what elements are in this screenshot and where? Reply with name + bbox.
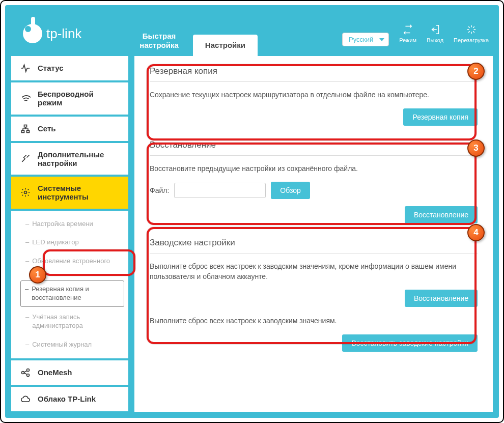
sidebar-label: Сеть — [38, 124, 56, 133]
sidebar-item-cloud[interactable]: Облако TP-Link — [11, 387, 128, 411]
subnav-syslog[interactable]: –Системный журнал — [11, 335, 128, 354]
file-input[interactable] — [174, 183, 266, 198]
reboot-label: Перезагрузка — [454, 37, 489, 43]
sidebar-label: Беспроводной режим — [38, 90, 119, 107]
panel-title: Восстановление — [150, 140, 478, 156]
svg-point-5 — [27, 369, 30, 371]
sidebar-item-network[interactable]: Сеть — [11, 117, 128, 141]
sidebar-label: Облако TP-Link — [38, 394, 96, 403]
browse-button[interactable]: Обзор — [271, 182, 310, 199]
wireless-icon — [20, 93, 31, 103]
sidebar-item-wireless[interactable]: Беспроводной режим — [11, 82, 128, 115]
restore-button[interactable]: Восстановление — [405, 206, 478, 223]
reboot-icon — [466, 24, 477, 35]
sidebar-item-onemesh[interactable]: OneMesh — [11, 360, 128, 385]
svg-rect-1 — [22, 130, 24, 132]
network-icon — [20, 124, 31, 134]
annotation-badge: 3 — [467, 139, 485, 157]
language-select[interactable]: Русский — [342, 33, 389, 46]
annotation-badge: 4 — [467, 224, 485, 241]
panel-backup: Резервная копия Сохранение текущих настр… — [150, 66, 478, 126]
annotation-badge: 2 — [467, 63, 485, 80]
panel-title: Резервная копия — [150, 66, 478, 82]
sidebar-label: Системные инструменты — [38, 184, 119, 202]
status-icon — [20, 63, 31, 73]
advanced-icon — [20, 154, 31, 164]
factory-reset-button[interactable]: Восстановить заводские настройки — [342, 334, 478, 352]
logo-icon — [23, 24, 42, 43]
logout-button[interactable]: Выход — [427, 24, 443, 43]
sidebar-item-system[interactable]: Системные инструменты — [11, 177, 128, 209]
language-value: Русский — [349, 36, 373, 43]
reboot-button[interactable]: Перезагрузка — [454, 24, 489, 43]
svg-rect-2 — [27, 130, 30, 132]
subnav-time[interactable]: –Настройка времени — [11, 215, 128, 234]
svg-point-3 — [24, 191, 27, 194]
brand-logo: tp-link — [23, 24, 81, 43]
sidebar: Статус Беспроводной режим Сеть Дополните… — [11, 56, 128, 412]
mode-button[interactable]: Режим — [399, 24, 416, 43]
cloud-icon — [20, 394, 31, 404]
sidebar-label: Статус — [38, 64, 64, 72]
subnav-admin[interactable]: –Учётная запись администратора — [11, 308, 128, 335]
brand-text: tp-link — [46, 26, 81, 42]
panel-restore: Восстановление Восстановите предыдущие н… — [150, 140, 478, 224]
panel-factory: Заводские настройки Выполните сброс всех… — [150, 238, 478, 352]
logout-label: Выход — [427, 37, 443, 43]
sidebar-label: Дополнительные настройки — [38, 150, 119, 168]
system-icon — [20, 187, 31, 198]
factory-restore-button[interactable]: Восстановление — [405, 290, 478, 307]
tab-settings[interactable]: Настройки — [193, 35, 258, 56]
annotation-badge: 1 — [29, 266, 46, 284]
panel-text: Восстановите предыдущие настройки из сох… — [150, 164, 478, 174]
content-area: Резервная копия Сохранение текущих настр… — [134, 56, 493, 412]
svg-rect-0 — [24, 125, 27, 127]
subnav-led[interactable]: –LED индикатор — [11, 233, 128, 252]
mode-icon — [402, 24, 413, 35]
backup-button[interactable]: Резервная копия — [403, 108, 478, 126]
mode-label: Режим — [399, 37, 416, 43]
sidebar-label: OneMesh — [38, 368, 72, 377]
file-label: Файл: — [150, 186, 169, 194]
panel-text: Выполните сброс всех настроек к заводски… — [150, 316, 478, 326]
panel-text: Сохранение текущих настроек маршрутизато… — [150, 90, 478, 100]
sidebar-item-status[interactable]: Статус — [11, 56, 128, 80]
sidebar-item-advanced[interactable]: Дополнительные настройки — [11, 143, 128, 175]
onemesh-icon — [20, 368, 31, 378]
logout-icon — [430, 24, 441, 35]
svg-point-4 — [22, 371, 24, 374]
panel-text: Выполните сброс всех настроек к заводски… — [150, 262, 478, 281]
panel-title: Заводские настройки — [150, 238, 478, 253]
svg-point-6 — [27, 374, 30, 376]
subnav-backup-restore[interactable]: –Резервная копия и восстановление — [20, 280, 124, 307]
tab-quick-setup[interactable]: Быстрая настройка — [127, 25, 191, 56]
